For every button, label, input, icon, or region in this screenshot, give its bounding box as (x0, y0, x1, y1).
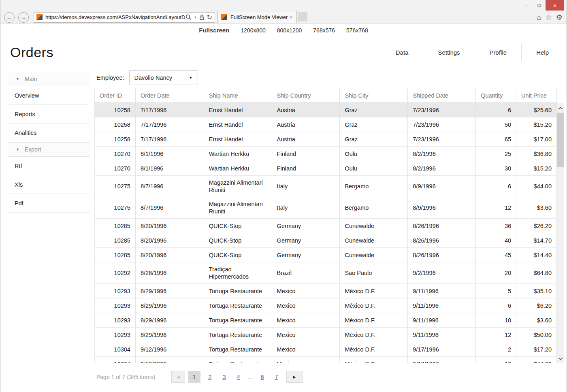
home-icon[interactable]: ⌂ (537, 14, 541, 21)
grid-cell: 10304 (95, 357, 136, 363)
grid-cell: Tortuga Restaurante (204, 313, 272, 327)
grid-cell: 8/20/1996 (136, 219, 204, 233)
table-row[interactable]: 103049/12/1996Tortuga RestauranteMexicoM… (95, 342, 557, 357)
scroll-down-icon[interactable] (557, 355, 564, 362)
page-link-6[interactable]: 6 (255, 374, 269, 380)
back-button[interactable]: ← (4, 12, 15, 23)
size-link[interactable]: 768x576 (313, 27, 335, 34)
prev-page-button[interactable]: ◀ (171, 371, 185, 383)
scroll-up-icon[interactable] (557, 104, 564, 112)
grid-cell: Wartian Herkku (204, 161, 272, 175)
sidebar-item-pdf[interactable]: Pdf (9, 194, 90, 213)
table-row[interactable]: 102938/29/1996Tortuga RestauranteMexicoM… (95, 284, 557, 298)
sidebar-item-reports[interactable]: Reports (9, 105, 90, 124)
grid-cell: 10270 (95, 161, 136, 175)
forward-icon: → (21, 14, 27, 21)
menu-item-help[interactable]: Help (521, 44, 563, 61)
next-icon: ▶ (293, 375, 296, 379)
grid-cell: $14.70 (516, 233, 557, 247)
gear-icon[interactable]: ⚙ (556, 14, 563, 21)
favorites-icon[interactable]: ☆ (546, 14, 552, 21)
page-link-2[interactable]: 2 (203, 374, 217, 380)
column-header[interactable]: Ship City (340, 88, 408, 102)
table-row[interactable]: 102758/7/1996Magazzini Alimentari Riunit… (95, 176, 557, 197)
grid-cell: $3.60 (516, 313, 557, 327)
new-tab-button[interactable] (298, 12, 307, 21)
menu-item-settings[interactable]: Settings (423, 44, 474, 61)
table-row[interactable]: 102708/1/1996Wartian HerkkuFinlandOulu8/… (95, 161, 557, 176)
table-row[interactable]: 102587/17/1996Ernst HandelAustriaGraz7/2… (95, 117, 557, 132)
grid-cell: 65 (476, 132, 516, 146)
sidebar-item-overview[interactable]: Overview (9, 86, 90, 105)
page-link-3[interactable]: 3 (217, 374, 231, 380)
size-link[interactable]: 1200x800 (241, 27, 266, 34)
grid-cell: 45 (476, 248, 516, 262)
column-header[interactable]: Order ID (95, 88, 136, 102)
refresh-icon[interactable]: ↻ (207, 14, 212, 21)
column-header[interactable]: Quantity (476, 88, 516, 102)
column-header[interactable]: Unit Price (516, 88, 557, 102)
page-link-4[interactable]: 4 (231, 374, 245, 380)
grid-cell: Germany (272, 233, 340, 247)
search-icon[interactable] (185, 14, 192, 20)
size-link[interactable]: 800x1200 (277, 27, 302, 34)
menu-item-profile[interactable]: Profile (475, 44, 522, 61)
grid-cell: México D.F. (340, 313, 408, 327)
grid-cell: Graz (340, 132, 408, 146)
sidebar-group-main[interactable]: ▼Main (9, 72, 90, 86)
address-bar[interactable]: https://demos.devexpress.com/ASPxNavigat… (34, 12, 215, 23)
table-row[interactable]: 103049/12/1996Tortuga RestauranteMexicoM… (95, 357, 557, 363)
tab-close-icon[interactable]: × (288, 14, 293, 20)
sidebar-item-xls[interactable]: Xls (9, 175, 90, 194)
chevron-down-icon: ▼ (16, 77, 25, 81)
sidebar-group-label: Export (25, 146, 41, 153)
grid-cell: 9/12/1996 (136, 357, 204, 363)
grid-cell: México D.F. (340, 357, 408, 363)
sidebar-item-analitics[interactable]: Analitics (9, 124, 90, 142)
grid-cell: Finland (272, 147, 340, 161)
maximize-button[interactable]: □ (533, 0, 546, 11)
column-header[interactable]: Ship Name (204, 88, 272, 102)
sidebar-item-rtf[interactable]: Rtf (9, 157, 90, 175)
titlebar: – □ × (0, 0, 567, 11)
forward-button[interactable]: → (18, 12, 29, 23)
page-link-7[interactable]: 7 (269, 374, 284, 380)
column-header[interactable]: Ship Country (272, 88, 340, 102)
next-page-button[interactable]: ▶ (286, 371, 303, 383)
menu-item-data[interactable]: Data (381, 44, 423, 61)
table-row[interactable]: 102587/17/1996Ernst HandelAustriaGraz7/2… (95, 132, 557, 147)
table-row[interactable]: 102587/17/1996Ernst HandelAustriaGraz7/2… (95, 103, 557, 117)
grid-cell: QUICK-Stop (204, 219, 272, 233)
column-header[interactable]: Order Date (136, 88, 204, 102)
table-row[interactable]: 102938/29/1996Tortuga RestauranteMexicoM… (95, 313, 557, 328)
grid-cell: $35.10 (516, 284, 557, 298)
grid-cell: Cunewalde (340, 233, 408, 247)
table-row[interactable]: 102858/20/1996QUICK-StopGermanyCunewalde… (95, 219, 557, 233)
close-button[interactable]: × (546, 0, 564, 11)
size-link[interactable]: 576x768 (346, 27, 368, 34)
column-header[interactable]: Shipped Date (408, 88, 476, 102)
table-row[interactable]: 102938/29/1996Tortuga RestauranteMexicoM… (95, 328, 557, 342)
address-dropdown-icon[interactable]: ▼ (194, 16, 197, 19)
minimize-button[interactable]: – (520, 0, 533, 11)
url-text[interactable]: https://demos.devexpress.com/ASPxNavigat… (45, 14, 185, 20)
scrollbar-thumb[interactable] (557, 113, 564, 167)
prev-icon: ◀ (177, 375, 180, 379)
browser-tab[interactable]: FullScreen Mode Viewer × (217, 11, 297, 23)
table-row[interactable]: 102858/20/1996QUICK-StopGermanyCunewalde… (95, 233, 557, 248)
table-row[interactable]: 102858/20/1996QUICK-StopGermanyCunewalde… (95, 248, 557, 262)
employee-dropdown[interactable]: Davolio Nancy ▼ (129, 70, 198, 85)
vertical-scrollbar[interactable] (557, 103, 564, 364)
grid-cell: Ernst Handel (204, 103, 272, 117)
grid-cell: 8/26/1996 (408, 219, 476, 233)
table-row[interactable]: 102928/28/1996Tradiçao HipermercadosBraz… (95, 262, 557, 284)
table-row[interactable]: 102758/7/1996Magazzini Alimentari Riunit… (95, 197, 557, 219)
grid-cell: 9/17/1996 (408, 357, 476, 363)
sidebar-group-export[interactable]: ▼Export (9, 142, 90, 157)
grid-cell: 10258 (95, 117, 136, 132)
table-row[interactable]: 102938/29/1996Tortuga RestauranteMexicoM… (95, 298, 557, 313)
grid-cell: Oulu (340, 147, 408, 161)
grid-cell: Wartian Herkku (204, 147, 272, 161)
table-row[interactable]: 102708/1/1996Wartian HerkkuFinlandOulu8/… (95, 147, 557, 161)
grid-cell: Tortuga Restaurante (204, 328, 272, 342)
